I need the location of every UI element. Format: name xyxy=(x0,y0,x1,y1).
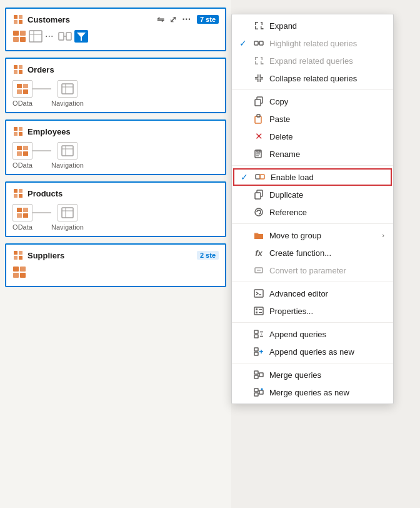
more-icon[interactable]: ⋯ xyxy=(182,14,191,24)
customers-toolbar-table[interactable] xyxy=(29,30,42,43)
orders-odata-node[interactable]: OData xyxy=(12,80,32,107)
share-icon[interactable]: ⇋ xyxy=(157,14,164,24)
menu-item-merge-queries-new[interactable]: Merge queries as new xyxy=(232,384,393,401)
menu-item-paste[interactable]: Paste xyxy=(232,110,393,128)
orders-connector xyxy=(32,88,51,89)
svg-rect-49 xyxy=(19,251,22,255)
reference-label: Reference xyxy=(269,208,384,217)
menu-item-move-to-group[interactable]: Move to group › xyxy=(232,226,393,244)
svg-rect-7 xyxy=(20,37,26,42)
svg-rect-54 xyxy=(13,273,19,278)
svg-rect-33 xyxy=(23,151,28,156)
products-odata-node[interactable]: OData xyxy=(12,204,32,231)
query-card-customers[interactable]: Customers ⇋ ⤢ ⋯ 7 ste xyxy=(5,8,226,51)
merge-queries-new-label: Merge queries as new xyxy=(269,388,384,397)
menu-item-append-queries[interactable]: Append queries xyxy=(232,325,393,343)
svg-rect-64 xyxy=(257,150,260,152)
customers-actions: ⇋ ⤢ ⋯ 7 ste xyxy=(157,14,219,24)
divider-5 xyxy=(232,322,393,323)
query-card-suppliers[interactable]: Suppliers 2 ste xyxy=(5,243,226,287)
svg-rect-23 xyxy=(62,84,73,94)
expand-icon[interactable]: ⤢ xyxy=(169,14,177,24)
highlight-label: Highlight related queries xyxy=(269,39,384,48)
menu-item-append-queries-new[interactable]: Append queries as new xyxy=(232,343,393,360)
employees-odata-label: OData xyxy=(12,161,32,169)
table-icon-suppliers xyxy=(12,250,24,261)
expand-related-icon xyxy=(253,55,264,66)
menu-item-highlight-related[interactable]: ✓ Highlight related queries xyxy=(232,34,393,52)
svg-marker-14 xyxy=(77,33,86,41)
query-card-orders[interactable]: Orders OData xyxy=(5,58,226,113)
customers-toolbar-grid[interactable] xyxy=(12,30,26,43)
employees-flow: OData Navigation xyxy=(12,142,219,169)
menu-item-advanced-editor[interactable]: Advanced editor xyxy=(232,285,393,302)
param-icon xyxy=(253,265,264,276)
employees-navigation-label: Navigation xyxy=(51,161,84,169)
step-badge-customers: 7 ste xyxy=(197,15,219,24)
context-menu: Expand ✓ Highlight related queries Expan… xyxy=(231,14,394,404)
menu-item-properties[interactable]: Properties... xyxy=(232,302,393,320)
svg-rect-12 xyxy=(66,33,71,40)
svg-rect-96 xyxy=(254,393,258,396)
menu-item-delete[interactable]: ✕ Delete xyxy=(232,128,393,145)
menu-item-collapse-related[interactable]: Collapse related queries xyxy=(232,69,393,87)
query-card-products[interactable]: Products OData xyxy=(5,181,226,237)
customers-toolbar-filter[interactable] xyxy=(74,30,88,43)
svg-rect-77 xyxy=(256,308,258,310)
menu-item-duplicate[interactable]: Duplicate xyxy=(232,186,393,203)
products-flow: OData Navigation xyxy=(12,204,219,231)
append-queries-new-icon xyxy=(253,346,264,357)
card-title-products: Products xyxy=(28,189,62,198)
employees-odata-node[interactable]: OData xyxy=(12,142,32,169)
delete-icon: ✕ xyxy=(253,131,264,142)
svg-rect-2 xyxy=(14,20,18,24)
svg-rect-20 xyxy=(23,84,28,88)
divider-6 xyxy=(232,363,393,363)
highlight-icon xyxy=(253,38,264,49)
svg-rect-40 xyxy=(19,194,22,198)
svg-rect-18 xyxy=(19,70,22,74)
menu-item-merge-queries[interactable]: Merge queries xyxy=(232,366,393,384)
menu-item-enable-load[interactable]: ✓ Enable load xyxy=(233,168,392,186)
menu-item-reference[interactable]: Reference xyxy=(232,203,393,221)
menu-item-create-function[interactable]: fx Create function... xyxy=(232,244,393,262)
card-title-employees: Employees xyxy=(28,127,71,136)
svg-rect-92 xyxy=(259,373,263,377)
paste-icon xyxy=(253,113,264,124)
employees-navigation-node[interactable]: Navigation xyxy=(51,142,84,169)
customers-toolbar-split[interactable] xyxy=(58,30,72,43)
svg-rect-34 xyxy=(62,146,73,156)
reference-icon xyxy=(253,206,264,218)
table-icon-products xyxy=(12,188,24,199)
svg-rect-5 xyxy=(20,31,26,36)
menu-item-expand-related[interactable]: Expand related queries xyxy=(232,52,393,69)
append-queries-label: Append queries xyxy=(269,330,384,339)
divider-4 xyxy=(232,282,393,282)
menu-item-rename[interactable]: Rename xyxy=(232,145,393,163)
customers-toolbar-dots[interactable]: ··· xyxy=(45,31,53,42)
suppliers-toolbar-grid[interactable] xyxy=(12,266,26,278)
menu-item-convert-param[interactable]: Convert to parameter xyxy=(232,262,393,279)
orders-navigation-node[interactable]: Navigation xyxy=(51,80,84,107)
divider-2 xyxy=(232,165,393,166)
menu-item-copy[interactable]: Copy xyxy=(232,93,393,110)
svg-rect-79 xyxy=(256,312,258,313)
products-navigation-label: Navigation xyxy=(51,223,84,231)
svg-rect-41 xyxy=(17,208,22,212)
create-function-label: Create function... xyxy=(269,248,384,258)
query-card-employees[interactable]: Employees OData xyxy=(5,119,226,175)
products-navigation-node[interactable]: Navigation xyxy=(51,204,84,231)
svg-rect-6 xyxy=(13,37,19,42)
expand-icon-menu xyxy=(253,20,264,31)
svg-rect-42 xyxy=(23,208,28,212)
svg-rect-3 xyxy=(19,20,22,24)
svg-rect-56 xyxy=(254,41,258,45)
svg-rect-39 xyxy=(14,194,18,198)
svg-rect-21 xyxy=(17,89,22,94)
card-title-orders: Orders xyxy=(28,65,54,74)
svg-rect-48 xyxy=(14,251,18,255)
svg-rect-81 xyxy=(254,330,258,333)
menu-item-expand[interactable]: Expand xyxy=(232,17,393,34)
svg-rect-53 xyxy=(20,267,26,272)
step-badge-suppliers: 2 ste xyxy=(197,251,219,260)
